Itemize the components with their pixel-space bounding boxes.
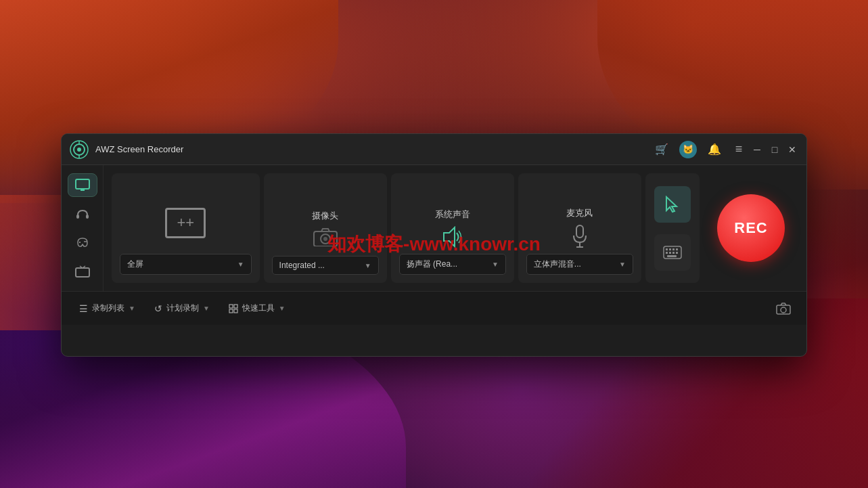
mic-panel: 麦克风 立体声混音... ▼ [518, 173, 641, 283]
mouse-cursor-button[interactable] [654, 186, 691, 223]
schedule-icon: ↺ [154, 303, 162, 314]
svg-rect-38 [234, 305, 237, 308]
screenshot-button[interactable] [771, 296, 796, 321]
cat-icon[interactable]: 🐱 [679, 141, 697, 158]
recording-list-arrow: ▼ [129, 305, 135, 312]
list-icon: ☰ [79, 303, 88, 314]
svg-rect-8 [76, 215, 79, 219]
quick-tools-button[interactable]: 快速工具 ▼ [222, 298, 292, 318]
camera-dropdown[interactable]: Integrated ... ▼ [272, 256, 379, 275]
system-sound-label: 系统声音 [435, 208, 470, 221]
svg-rect-32 [666, 252, 668, 254]
minimize-button[interactable]: ─ [751, 143, 763, 156]
mic-dropdown[interactable]: 立体声混音... ▼ [526, 254, 633, 275]
schedule-label: 计划录制 [166, 303, 199, 314]
camera-label: 摄像头 [312, 210, 338, 222]
box-icon [229, 304, 238, 313]
system-sound-dropdown-arrow: ▼ [492, 261, 499, 268]
svg-point-12 [84, 241, 85, 242]
screen-capture-icon: + [165, 208, 206, 238]
svg-rect-34 [672, 252, 675, 254]
main-content: + 全屏 ▼ 摄像头 [62, 165, 806, 291]
svg-rect-33 [669, 252, 671, 254]
screen-dropdown-arrow: ▼ [237, 261, 244, 268]
camera-dropdown-arrow: ▼ [365, 262, 371, 269]
sidebar-item-audio[interactable] [68, 202, 97, 225]
title-bar-icons: 🛒 🐱 🔔 ≡ [655, 141, 746, 158]
screen-panel: + 全屏 ▼ [112, 173, 260, 283]
recording-list-button[interactable]: ☰ 录制列表 ▼ [72, 298, 142, 318]
svg-rect-14 [76, 268, 89, 277]
camera-panel: 摄像头 Integrated ... ▼ [264, 173, 387, 283]
svg-point-42 [781, 307, 786, 313]
headphone-icon [76, 207, 89, 221]
svg-rect-36 [667, 255, 677, 257]
bell-icon[interactable]: 🔔 [708, 143, 721, 156]
svg-rect-5 [76, 179, 89, 189]
system-sound-dropdown[interactable]: 扬声器 (Rea... ▼ [399, 254, 506, 275]
menu-icon[interactable]: ≡ [732, 143, 746, 156]
keyboard-button[interactable] [654, 234, 691, 271]
svg-rect-39 [229, 309, 233, 313]
cart-icon[interactable]: 🛒 [655, 143, 668, 156]
svg-rect-37 [229, 305, 233, 308]
svg-rect-9 [86, 215, 89, 219]
svg-point-2 [77, 148, 81, 152]
mouse-keyboard-panel [645, 173, 700, 283]
svg-marker-26 [666, 197, 677, 212]
sidebar-item-gamepad[interactable] [68, 231, 97, 254]
sidebar [62, 165, 104, 291]
system-sound-panel: 系统声音 扬声器 (Rea... ▼ [391, 173, 514, 283]
svg-point-13 [85, 241, 87, 242]
window-controls: ─ □ ✕ [751, 143, 798, 156]
app-title: AWZ Screen Recorder [95, 144, 655, 154]
app-window: AWZ Screen Recorder 🛒 🐱 🔔 ≡ ─ □ ✕ [61, 133, 807, 357]
camera-dropdown-text: Integrated ... [279, 261, 325, 270]
screen-dropdown-text: 全屏 [127, 259, 143, 270]
app-logo-icon [70, 140, 89, 159]
schedule-arrow: ▼ [203, 305, 210, 312]
recording-area: + 全屏 ▼ 摄像头 [104, 165, 806, 291]
sidebar-item-tv[interactable] [68, 260, 97, 283]
svg-rect-35 [676, 252, 678, 254]
close-button[interactable]: ✕ [786, 143, 798, 156]
mic-dropdown-text: 立体声混音... [534, 259, 581, 270]
maximize-button[interactable]: □ [769, 143, 781, 156]
svg-rect-31 [676, 248, 678, 250]
quick-tools-arrow: ▼ [279, 305, 285, 312]
monitor-icon [75, 179, 90, 191]
recording-list-label: 录制列表 [92, 303, 124, 314]
speaker-icon [441, 226, 464, 248]
camera-icon [313, 227, 338, 246]
sidebar-item-screen[interactable] [68, 173, 97, 197]
screenshot-icon [776, 303, 791, 315]
svg-point-21 [323, 237, 327, 241]
gamepad-icon [75, 237, 90, 248]
svg-rect-29 [669, 248, 671, 250]
keyboard-icon [663, 246, 682, 259]
microphone-icon [572, 225, 588, 249]
svg-marker-22 [444, 227, 455, 246]
cursor-icon [664, 196, 681, 213]
svg-rect-40 [234, 309, 237, 313]
system-sound-dropdown-text: 扬声器 (Rea... [407, 259, 457, 270]
rec-button[interactable]: REC [717, 194, 785, 262]
quick-tools-label: 快速工具 [242, 303, 275, 314]
bottom-toolbar: ☰ 录制列表 ▼ ↺ 计划录制 ▼ 快速工具 ▼ [62, 291, 806, 325]
screen-dropdown[interactable]: 全屏 ▼ [120, 254, 252, 275]
mic-dropdown-arrow: ▼ [619, 261, 626, 268]
svg-rect-28 [666, 248, 668, 250]
rec-container: REC [704, 173, 798, 283]
schedule-button[interactable]: ↺ 计划录制 ▼ [147, 298, 216, 318]
title-bar: AWZ Screen Recorder 🛒 🐱 🔔 ≡ ─ □ ✕ [62, 134, 806, 165]
svg-rect-30 [672, 248, 675, 250]
svg-rect-23 [576, 225, 583, 238]
tv-icon [75, 265, 90, 278]
mic-label: 麦克风 [566, 207, 593, 219]
